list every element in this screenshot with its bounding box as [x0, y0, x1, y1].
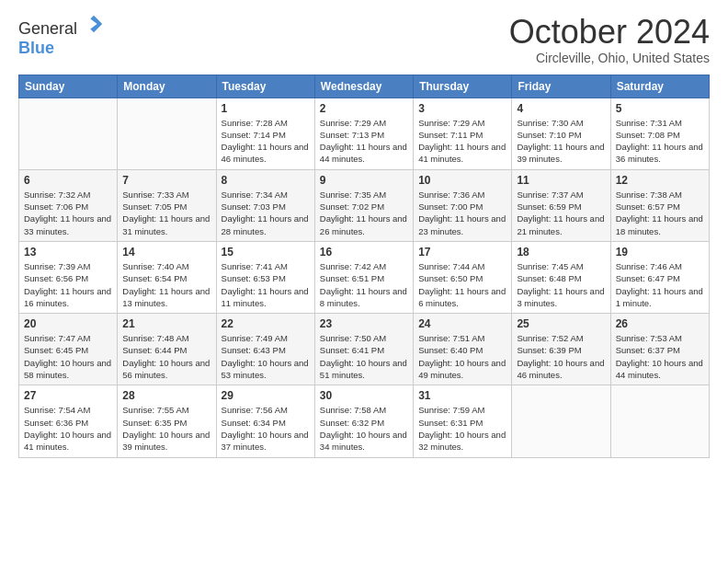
day-number: 10 — [418, 174, 506, 187]
calendar-cell: 30Sunrise: 7:58 AM Sunset: 6:32 PM Dayli… — [314, 385, 413, 457]
day-info: Sunrise: 7:30 AM Sunset: 7:10 PM Dayligh… — [517, 117, 605, 166]
calendar-table: SundayMondayTuesdayWednesdayThursdayFrid… — [18, 75, 710, 458]
calendar-cell: 7Sunrise: 7:33 AM Sunset: 7:05 PM Daylig… — [118, 169, 216, 241]
calendar-cell: 23Sunrise: 7:50 AM Sunset: 6:41 PM Dayli… — [314, 314, 413, 385]
day-info: Sunrise: 7:51 AM Sunset: 6:40 PM Dayligh… — [418, 332, 506, 381]
calendar-cell: 6Sunrise: 7:32 AM Sunset: 7:06 PM Daylig… — [19, 169, 118, 241]
header-day-tuesday: Tuesday — [216, 75, 314, 98]
day-number: 14 — [122, 246, 210, 259]
day-number: 19 — [616, 246, 704, 259]
day-info: Sunrise: 7:41 AM Sunset: 6:53 PM Dayligh… — [222, 260, 310, 309]
calendar-cell: 28Sunrise: 7:55 AM Sunset: 6:35 PM Dayli… — [118, 385, 216, 457]
week-row-4: 20Sunrise: 7:47 AM Sunset: 6:45 PM Dayli… — [19, 314, 710, 385]
calendar-cell: 4Sunrise: 7:30 AM Sunset: 7:10 PM Daylig… — [512, 98, 610, 169]
calendar-cell: 26Sunrise: 7:53 AM Sunset: 6:37 PM Dayli… — [610, 314, 709, 385]
day-number: 17 — [418, 246, 506, 259]
day-info: Sunrise: 7:56 AM Sunset: 6:34 PM Dayligh… — [222, 404, 310, 453]
day-info: Sunrise: 7:52 AM Sunset: 6:39 PM Dayligh… — [517, 332, 605, 381]
week-row-3: 13Sunrise: 7:39 AM Sunset: 6:56 PM Dayli… — [19, 241, 710, 313]
logo-icon — [84, 14, 104, 34]
day-info: Sunrise: 7:58 AM Sunset: 6:32 PM Dayligh… — [320, 404, 408, 453]
week-row-5: 27Sunrise: 7:54 AM Sunset: 6:36 PM Dayli… — [19, 385, 710, 457]
day-number: 9 — [320, 174, 408, 187]
day-info: Sunrise: 7:39 AM Sunset: 6:56 PM Dayligh… — [24, 260, 112, 309]
day-number: 12 — [616, 174, 704, 187]
day-info: Sunrise: 7:44 AM Sunset: 6:50 PM Dayligh… — [418, 260, 506, 309]
calendar-body: 1Sunrise: 7:28 AM Sunset: 7:14 PM Daylig… — [19, 98, 710, 457]
week-row-1: 1Sunrise: 7:28 AM Sunset: 7:14 PM Daylig… — [19, 98, 710, 169]
calendar-cell: 27Sunrise: 7:54 AM Sunset: 6:36 PM Dayli… — [19, 385, 118, 457]
day-info: Sunrise: 7:46 AM Sunset: 6:47 PM Dayligh… — [616, 260, 704, 309]
day-number: 28 — [122, 389, 210, 402]
calendar-cell: 15Sunrise: 7:41 AM Sunset: 6:53 PM Dayli… — [216, 241, 314, 313]
day-number: 6 — [24, 174, 112, 187]
day-number: 5 — [616, 102, 704, 115]
day-number: 20 — [24, 317, 112, 330]
day-number: 21 — [122, 317, 210, 330]
day-info: Sunrise: 7:49 AM Sunset: 6:43 PM Dayligh… — [222, 332, 310, 381]
day-number: 16 — [320, 246, 408, 259]
day-number: 30 — [320, 389, 408, 402]
calendar-cell: 14Sunrise: 7:40 AM Sunset: 6:54 PM Dayli… — [118, 241, 216, 313]
calendar-header: SundayMondayTuesdayWednesdayThursdayFrid… — [19, 75, 710, 98]
day-info: Sunrise: 7:42 AM Sunset: 6:51 PM Dayligh… — [320, 260, 408, 309]
day-number: 2 — [320, 102, 408, 115]
day-number: 13 — [24, 246, 112, 259]
header-day-sunday: Sunday — [19, 75, 118, 98]
day-number: 3 — [418, 102, 506, 115]
svg-marker-0 — [90, 16, 102, 32]
day-number: 15 — [222, 246, 310, 259]
day-number: 31 — [418, 389, 506, 402]
calendar-cell — [118, 98, 216, 169]
calendar-cell: 16Sunrise: 7:42 AM Sunset: 6:51 PM Dayli… — [314, 241, 413, 313]
calendar-cell: 25Sunrise: 7:52 AM Sunset: 6:39 PM Dayli… — [512, 314, 610, 385]
location: Circleville, Ohio, United States — [509, 51, 710, 65]
calendar-cell: 11Sunrise: 7:37 AM Sunset: 6:59 PM Dayli… — [512, 169, 610, 241]
calendar-cell — [19, 98, 118, 169]
day-info: Sunrise: 7:53 AM Sunset: 6:37 PM Dayligh… — [616, 332, 704, 381]
calendar-cell: 22Sunrise: 7:49 AM Sunset: 6:43 PM Dayli… — [216, 314, 314, 385]
day-info: Sunrise: 7:47 AM Sunset: 6:45 PM Dayligh… — [24, 332, 112, 381]
calendar-cell — [610, 385, 709, 457]
day-info: Sunrise: 7:48 AM Sunset: 6:44 PM Dayligh… — [122, 332, 210, 381]
week-row-2: 6Sunrise: 7:32 AM Sunset: 7:06 PM Daylig… — [19, 169, 710, 241]
calendar-cell — [512, 385, 610, 457]
day-info: Sunrise: 7:36 AM Sunset: 7:00 PM Dayligh… — [418, 189, 506, 237]
day-info: Sunrise: 7:50 AM Sunset: 6:41 PM Dayligh… — [320, 332, 408, 381]
header-day-wednesday: Wednesday — [314, 75, 413, 98]
header-day-saturday: Saturday — [610, 75, 709, 98]
calendar-cell: 17Sunrise: 7:44 AM Sunset: 6:50 PM Dayli… — [414, 241, 512, 313]
header-day-thursday: Thursday — [414, 75, 512, 98]
day-info: Sunrise: 7:28 AM Sunset: 7:14 PM Dayligh… — [222, 117, 310, 166]
calendar-cell: 21Sunrise: 7:48 AM Sunset: 6:44 PM Dayli… — [118, 314, 216, 385]
day-number: 25 — [517, 317, 605, 330]
calendar-cell: 13Sunrise: 7:39 AM Sunset: 6:56 PM Dayli… — [19, 241, 118, 313]
day-info: Sunrise: 7:40 AM Sunset: 6:54 PM Dayligh… — [122, 260, 210, 309]
day-number: 7 — [122, 174, 210, 187]
day-info: Sunrise: 7:37 AM Sunset: 6:59 PM Dayligh… — [517, 189, 605, 237]
calendar-cell: 2Sunrise: 7:29 AM Sunset: 7:13 PM Daylig… — [314, 98, 413, 169]
day-info: Sunrise: 7:54 AM Sunset: 6:36 PM Dayligh… — [24, 404, 112, 453]
calendar-cell: 29Sunrise: 7:56 AM Sunset: 6:34 PM Dayli… — [216, 385, 314, 457]
day-number: 1 — [222, 102, 310, 115]
logo-blue: Blue — [18, 39, 54, 57]
day-info: Sunrise: 7:33 AM Sunset: 7:05 PM Dayligh… — [122, 189, 210, 237]
calendar-cell: 3Sunrise: 7:29 AM Sunset: 7:11 PM Daylig… — [414, 98, 512, 169]
calendar-cell: 19Sunrise: 7:46 AM Sunset: 6:47 PM Dayli… — [610, 241, 709, 313]
day-number: 22 — [222, 317, 310, 330]
day-info: Sunrise: 7:31 AM Sunset: 7:08 PM Dayligh… — [616, 117, 704, 166]
day-number: 27 — [24, 389, 112, 402]
page: General Blue October 2024 Circleville, O… — [0, 0, 728, 467]
calendar-cell: 9Sunrise: 7:35 AM Sunset: 7:02 PM Daylig… — [314, 169, 413, 241]
day-number: 23 — [320, 317, 408, 330]
calendar-cell: 1Sunrise: 7:28 AM Sunset: 7:14 PM Daylig… — [216, 98, 314, 169]
logo: General Blue — [18, 14, 104, 58]
calendar-cell: 8Sunrise: 7:34 AM Sunset: 7:03 PM Daylig… — [216, 169, 314, 241]
calendar-cell: 24Sunrise: 7:51 AM Sunset: 6:40 PM Dayli… — [414, 314, 512, 385]
day-number: 4 — [517, 102, 605, 115]
header-row: SundayMondayTuesdayWednesdayThursdayFrid… — [19, 75, 710, 98]
day-number: 26 — [616, 317, 704, 330]
day-number: 18 — [517, 246, 605, 259]
day-number: 29 — [222, 389, 310, 402]
day-info: Sunrise: 7:34 AM Sunset: 7:03 PM Dayligh… — [222, 189, 310, 237]
